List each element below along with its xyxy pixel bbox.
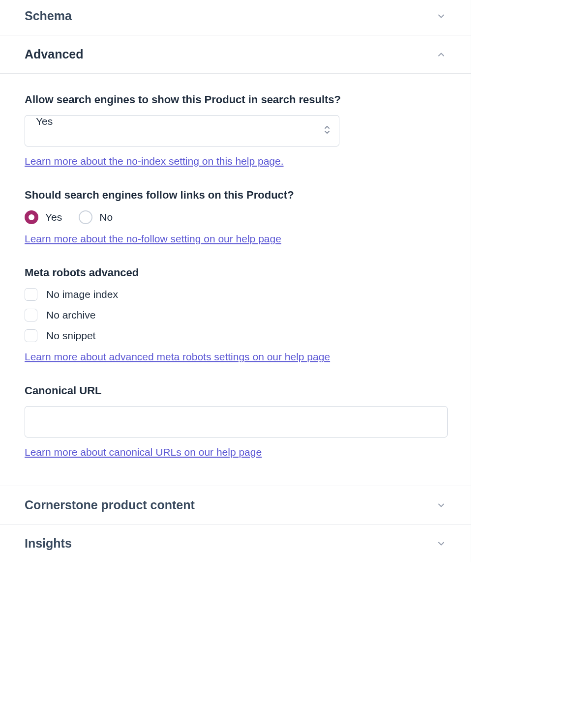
follow-links-radio-yes[interactable]: Yes (25, 210, 62, 224)
checkbox-label: No snippet (46, 330, 95, 342)
canonical-url-help-link[interactable]: Learn more about canonical URLs on our h… (25, 446, 262, 458)
section-header-insights[interactable]: Insights (0, 524, 471, 562)
meta-robots-check-no-image-index[interactable]: No image index (25, 288, 446, 301)
chevron-down-icon (436, 11, 446, 21)
field-allow-search: Allow search engines to show this Produc… (25, 93, 446, 167)
section-header-schema[interactable]: Schema (0, 0, 471, 35)
field-follow-links: Should search engines follow links on th… (25, 189, 446, 245)
section-title: Schema (25, 9, 72, 23)
follow-links-label: Should search engines follow links on th… (25, 189, 446, 202)
section-header-advanced[interactable]: Advanced (0, 35, 471, 74)
follow-links-help-link[interactable]: Learn more about the no-follow setting o… (25, 233, 281, 245)
canonical-url-label: Canonical URL (25, 384, 446, 397)
checkbox-label: No archive (46, 309, 95, 321)
section-title: Insights (25, 536, 72, 551)
radio-icon (79, 210, 92, 224)
radio-icon (25, 210, 38, 224)
checkbox-icon (25, 309, 37, 321)
field-canonical-url: Canonical URL Learn more about canonical… (25, 384, 446, 458)
follow-links-radio-no[interactable]: No (79, 210, 113, 224)
chevron-down-icon (436, 500, 446, 510)
meta-robots-check-no-snippet[interactable]: No snippet (25, 329, 446, 342)
checkbox-label: No image index (46, 289, 118, 300)
allow-search-label: Allow search engines to show this Produc… (25, 93, 446, 106)
allow-search-help-link[interactable]: Learn more about the no-index setting on… (25, 155, 284, 167)
section-title: Advanced (25, 47, 83, 61)
section-title: Cornerstone product content (25, 498, 195, 512)
chevron-up-icon (436, 50, 446, 59)
checkbox-icon (25, 288, 37, 301)
meta-robots-check-no-archive[interactable]: No archive (25, 309, 446, 321)
radio-label: No (99, 211, 113, 223)
allow-search-select-wrap: Yes (25, 115, 339, 146)
canonical-url-input[interactable] (25, 406, 448, 437)
meta-robots-help-link[interactable]: Learn more about advanced meta robots se… (25, 351, 330, 363)
follow-links-radio-group: Yes No (25, 210, 446, 224)
allow-search-select[interactable]: Yes (25, 115, 339, 146)
section-header-cornerstone[interactable]: Cornerstone product content (0, 486, 471, 524)
advanced-section-body: Allow search engines to show this Produc… (0, 74, 471, 486)
meta-robots-checklist: No image index No archive No snippet (25, 288, 446, 342)
checkbox-icon (25, 329, 37, 342)
meta-robots-label: Meta robots advanced (25, 266, 446, 279)
radio-label: Yes (45, 211, 62, 223)
field-meta-robots: Meta robots advanced No image index No a… (25, 266, 446, 363)
chevron-down-icon (436, 539, 446, 549)
